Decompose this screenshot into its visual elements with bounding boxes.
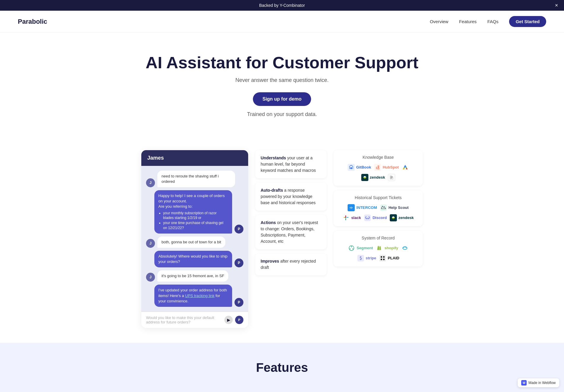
webflow-icon: W <box>521 380 527 385</box>
svg-rect-19 <box>346 217 348 218</box>
chat-avatar-user-2: J <box>146 239 155 248</box>
svg-point-29 <box>403 247 407 249</box>
svg-rect-36 <box>381 258 382 260</box>
discord-label: Discord <box>373 215 387 220</box>
chat-message-4: P Absolutely! Where would you like to sh… <box>146 251 243 267</box>
hero-heading: AI Assistant for Customer Support <box>6 53 558 72</box>
features-section: Features <box>0 343 564 392</box>
nav-cta-button[interactable]: Get Started <box>509 16 546 27</box>
svg-rect-20 <box>346 217 346 218</box>
feature-list: Understands your user at a human level, … <box>255 150 327 275</box>
plaid-icon <box>379 255 386 262</box>
helpscout-label: Help Scout <box>389 205 409 210</box>
integration-historical: Historical Support Tickets INTERCOM <box>334 191 423 226</box>
svg-point-23 <box>368 218 368 218</box>
feature-card-autodrafts: Auto-drafts a response powered by your k… <box>255 182 327 211</box>
svg-point-26 <box>351 246 352 247</box>
hist-logos: INTERCOM Help Scout <box>339 204 417 221</box>
chat-avatar-bot-2: P <box>235 258 243 267</box>
chat-mockup: James J need to reroute the shaving stuf… <box>141 150 248 328</box>
logo-intercom: INTERCOM <box>348 204 377 211</box>
feature-card-understands: Understands your user at a human level, … <box>255 150 327 178</box>
integration-knowledge-base: Knowledge Base GitBook <box>334 150 423 186</box>
chat-bubble-4: Absolutely! Where would you like to ship… <box>154 251 232 267</box>
integration-system: System of Record Segment <box>334 231 423 266</box>
segment-label: Segment <box>357 246 373 250</box>
chat-input-placeholder[interactable]: Would you like to make this your default… <box>146 315 222 324</box>
svg-point-22 <box>367 218 367 218</box>
svg-point-11 <box>350 207 351 208</box>
logo-discord: Discord <box>364 214 387 221</box>
svg-point-14 <box>351 208 352 209</box>
top-banner: Backed by Y-Combinator × <box>0 0 564 11</box>
svg-rect-10 <box>348 204 354 211</box>
intercom-label: INTERCOM <box>356 205 377 210</box>
segment-icon <box>348 245 355 252</box>
svg-point-13 <box>352 207 353 208</box>
plaid-label: PLAID <box>388 256 399 260</box>
chat-message-6: P I've updated your order address for bo… <box>146 285 243 307</box>
feature-bold-3: Actions <box>261 220 276 225</box>
logo-zendesk-2: zendesk <box>390 214 414 221</box>
logo-plaid: PLAID <box>379 255 399 262</box>
navbar: Parabolic Overview Features FAQs Get Sta… <box>0 11 564 33</box>
feature-bold-1: Understands <box>261 155 286 160</box>
svg-marker-7 <box>404 165 407 167</box>
demo-section: James J need to reroute the shaving stuf… <box>0 138 564 343</box>
logo-zendesk: zendesk <box>361 174 385 181</box>
logo-shopify: shopify <box>376 245 398 252</box>
svg-rect-35 <box>383 256 385 258</box>
chat-avatar-bot-3: P <box>235 298 243 307</box>
logo-gitbook: GitBook <box>348 164 371 171</box>
slack-icon <box>343 214 350 221</box>
feature-bold-4: Improves <box>261 259 279 264</box>
chat-message-3: J both, gonna be out of town for a bit <box>146 237 243 248</box>
hubspot-icon <box>374 164 381 171</box>
nav-link-faqs[interactable]: FAQs <box>487 19 499 24</box>
intercom-icon <box>348 204 355 211</box>
shopify-icon <box>376 245 383 252</box>
chat-body: J need to reroute the shaving stuff i or… <box>141 166 248 312</box>
nav-links: Overview Features FAQs Get Started <box>430 16 546 27</box>
svg-rect-17 <box>346 218 346 220</box>
banner-text: Backed by Y-Combinator <box>259 3 305 8</box>
banner-close-button[interactable]: × <box>555 2 558 9</box>
logo-salesforce <box>401 245 408 252</box>
hero-subheading: Never answer the same question twice. <box>6 77 558 83</box>
zendesk-icon-2 <box>390 214 397 221</box>
hero-cta-button[interactable]: Sign up for demo <box>253 92 311 106</box>
gitbook-label: GitBook <box>356 165 371 169</box>
chat-bubble-2: Happy to help! I see a couple of orders … <box>154 190 232 234</box>
logo-notion <box>388 174 395 181</box>
slack-label: slack <box>351 215 361 220</box>
chat-send-button[interactable]: ▶ <box>224 316 233 324</box>
chat-bubble-6: I've updated your order address for both… <box>154 285 232 307</box>
salesforce-icon <box>401 245 408 252</box>
discord-icon <box>364 214 371 221</box>
integration-grid: Knowledge Base GitBook <box>334 150 423 266</box>
sys-logos: Segment shopify <box>339 245 417 262</box>
helpscout-icon <box>380 204 387 211</box>
feature-card-improves: Improves after every rejected draft <box>255 253 327 275</box>
nav-link-features[interactable]: Features <box>459 19 476 24</box>
chat-avatar-bot-1: P <box>235 225 243 234</box>
svg-point-27 <box>350 248 351 250</box>
notion-icon <box>388 174 395 181</box>
chat-message-5: J it's going to be 15 fremont ave, in SF <box>146 270 243 282</box>
features-heading: Features <box>6 361 558 375</box>
svg-point-28 <box>352 248 354 250</box>
feature-bold-2: Auto-drafts <box>261 188 283 193</box>
kb-title: Knowledge Base <box>339 155 417 160</box>
chat-avatar-user-3: J <box>146 273 155 282</box>
chat-footer: Would you like to make this your default… <box>141 312 248 328</box>
chat-bubble-1: need to reroute the shaving stuff i orde… <box>157 171 235 187</box>
logo-stripe: stripe <box>357 255 376 262</box>
sys-title: System of Record <box>339 236 417 240</box>
nav-link-overview[interactable]: Overview <box>430 19 449 24</box>
svg-rect-34 <box>381 256 382 258</box>
stripe-icon <box>357 255 364 262</box>
logo-helpscout: Help Scout <box>380 204 409 211</box>
svg-rect-33 <box>379 255 386 261</box>
hero-trained-text: Trained on your support data. <box>6 111 558 118</box>
gdrive-icon <box>402 164 409 171</box>
